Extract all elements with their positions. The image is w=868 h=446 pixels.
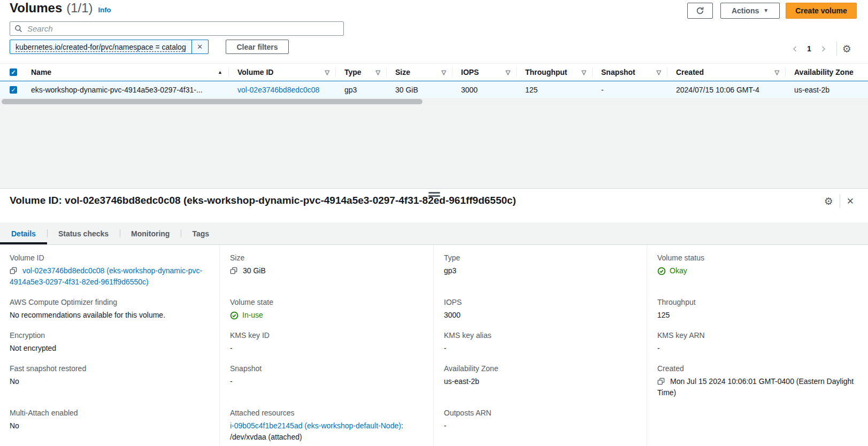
filter-icon[interactable]: ▽	[657, 69, 661, 76]
tab-monitoring[interactable]: Monitoring	[120, 222, 181, 244]
filter-icon[interactable]: ▽	[442, 69, 446, 76]
resource-count: (1/1)	[66, 1, 93, 16]
next-page-icon[interactable]	[816, 45, 831, 52]
search-input[interactable]	[26, 24, 339, 34]
column-header-iops[interactable]: IOPS▽	[452, 64, 517, 81]
clear-filters-label: Clear filters	[236, 43, 278, 51]
field-compute-optimizer: AWS Compute Optimizer finding No recomme…	[0, 297, 219, 330]
table-row[interactable]: ✓ eks-workshop-dynamic-pvc-4914a5e3-0297…	[0, 81, 868, 98]
select-all-checkbox[interactable]: ✓	[10, 68, 17, 76]
remove-filter-icon[interactable]: ✕	[192, 40, 208, 53]
divider	[836, 42, 837, 56]
filter-icon[interactable]: ▽	[582, 69, 586, 76]
column-header-throughput[interactable]: Throughput▽	[517, 64, 593, 81]
field-volume-state: Volume state In-use	[219, 297, 433, 330]
attached-device: /dev/xvdaa (attached)	[230, 432, 424, 443]
cell-type: gp3	[336, 81, 387, 98]
clear-filters-button[interactable]: Clear filters	[226, 40, 289, 54]
table-settings-gear-icon[interactable]: ⚙	[842, 44, 851, 54]
field-throughput: Throughput 125	[647, 297, 868, 330]
create-volume-button[interactable]: Create volume	[786, 3, 857, 19]
field-kms-key-alias: KMS key alias -	[433, 330, 647, 363]
refresh-icon	[696, 6, 704, 15]
table-empty-area	[0, 105, 868, 188]
empty-cell	[647, 407, 868, 417]
copy-icon[interactable]	[657, 378, 665, 385]
column-header-type[interactable]: Type▽	[336, 64, 387, 81]
panel-settings-gear-icon[interactable]: ⚙	[824, 196, 833, 206]
column-header-created[interactable]: Created▽	[667, 64, 786, 81]
panel-title: Volume ID: vol-02e3746bd8edc0c08 (eks-wo…	[10, 195, 516, 206]
column-header-name[interactable]: Name▲	[22, 64, 229, 81]
success-check-icon	[230, 311, 239, 320]
field-snapshot: Snapshot -	[219, 363, 433, 396]
tab-status-checks[interactable]: Status checks	[47, 222, 120, 244]
cell-name: eks-workshop-dynamic-pvc-4914a5e3-0297-4…	[22, 81, 229, 98]
column-header-availability-zone[interactable]: Availability Zone	[786, 64, 868, 81]
field-size: Size 30 GiB	[219, 252, 433, 286]
volume-status-value: Okay	[670, 265, 687, 276]
refresh-button[interactable]	[687, 3, 713, 19]
copy-icon[interactable]	[10, 267, 17, 274]
page-header: Volumes (1/1) Info	[10, 1, 111, 16]
cell-iops: 3000	[452, 81, 517, 98]
horizontal-scrollbar-thumb[interactable]	[2, 99, 423, 104]
field-volume-status: Volume status Okay	[647, 252, 868, 286]
current-page[interactable]: 1	[803, 44, 816, 53]
volume-id-link[interactable]: vol-02e3746bd8edc0c08	[237, 86, 319, 94]
row-checkbox[interactable]: ✓	[10, 86, 17, 94]
column-header-volume-id[interactable]: Volume ID▽	[229, 64, 336, 81]
divider	[840, 194, 840, 208]
success-check-icon	[657, 267, 666, 275]
field-iops: IOPS 3000	[433, 297, 647, 330]
filter-icon[interactable]: ▽	[325, 69, 329, 76]
create-volume-label: Create volume	[795, 6, 847, 15]
field-availability-zone: Availability Zone us-east-2b	[433, 363, 647, 396]
field-created: Created Mon Jul 15 2024 10:06:01 GMT-040…	[647, 363, 868, 407]
column-header-snapshot[interactable]: Snapshot▽	[593, 64, 667, 81]
field-kms-key-arn: KMS key ARN -	[647, 330, 868, 363]
copy-icon[interactable]	[230, 267, 237, 274]
volume-id-detail-link[interactable]: vol-02e3746bd8edc0c08 (eks-workshop-dyna…	[10, 266, 202, 286]
cell-throughput: 125	[517, 81, 593, 98]
filter-token: kubernetes.io/created-for/pvc/namespace …	[10, 40, 209, 54]
field-kms-key-id: KMS key ID -	[219, 330, 433, 363]
filter-icon[interactable]: ▽	[506, 69, 510, 76]
attached-instance-link[interactable]: i-09b05c4f1be2145ad (eks-workshop-defaul…	[230, 421, 401, 430]
field-attached-resources: Attached resources i-09b05c4f1be2145ad (…	[219, 407, 433, 446]
horizontal-scrollbar-track[interactable]	[0, 98, 868, 105]
actions-button-label: Actions	[732, 6, 759, 15]
field-multi-attach: Multi-Attach enabled No	[0, 407, 219, 441]
filter-icon[interactable]: ▽	[376, 69, 380, 76]
field-type: Type gp3	[433, 252, 647, 286]
sort-ascending-icon[interactable]: ▲	[218, 70, 222, 75]
cell-size: 30 GiB	[387, 81, 452, 98]
column-header-size[interactable]: Size▽	[387, 64, 452, 81]
previous-page-icon[interactable]	[787, 45, 803, 52]
filter-token-label: kubernetes.io/created-for/pvc/namespace …	[10, 40, 192, 53]
cell-created: 2024/07/15 10:06 GMT-4	[667, 81, 786, 98]
filter-icon[interactable]: ▽	[775, 69, 779, 76]
pagination: 1 ⚙	[787, 41, 851, 56]
volume-state-value: In-use	[242, 310, 263, 321]
tab-details[interactable]: Details	[0, 222, 47, 244]
cell-availability-zone: us-east-2b	[786, 81, 868, 98]
table-header-row: ✓ Name▲ Volume ID▽ Type▽ Size▽ IOPS▽ Thr…	[0, 64, 868, 81]
info-link[interactable]: Info	[98, 6, 111, 14]
search-icon	[14, 25, 22, 33]
field-outposts-arn: Outposts ARN -	[433, 407, 647, 441]
search-box[interactable]	[10, 21, 344, 36]
panel-close-icon[interactable]: ✕	[847, 197, 854, 206]
actions-button[interactable]: Actions ▼	[720, 3, 780, 19]
field-volume-id: Volume ID vol-02e3746bd8edc0c08 (eks-wor…	[0, 252, 219, 297]
details-content: Volume ID vol-02e3746bd8edc0c08 (eks-wor…	[0, 245, 868, 446]
cell-snapshot: -	[593, 81, 667, 98]
page-title: Volumes	[10, 1, 62, 16]
caret-down-icon: ▼	[763, 8, 769, 13]
volumes-table: ✓ Name▲ Volume ID▽ Type▽ Size▽ IOPS▽ Thr…	[0, 63, 868, 98]
panel-tabs: Details Status checks Monitoring Tags	[0, 222, 868, 245]
tab-tags[interactable]: Tags	[181, 222, 220, 244]
volume-details-panel: Volume ID: vol-02e3746bd8edc0c08 (eks-wo…	[0, 188, 868, 446]
field-encryption: Encryption Not encrypted	[0, 330, 219, 363]
field-fast-snapshot-restored: Fast snapshot restored No	[0, 363, 219, 396]
